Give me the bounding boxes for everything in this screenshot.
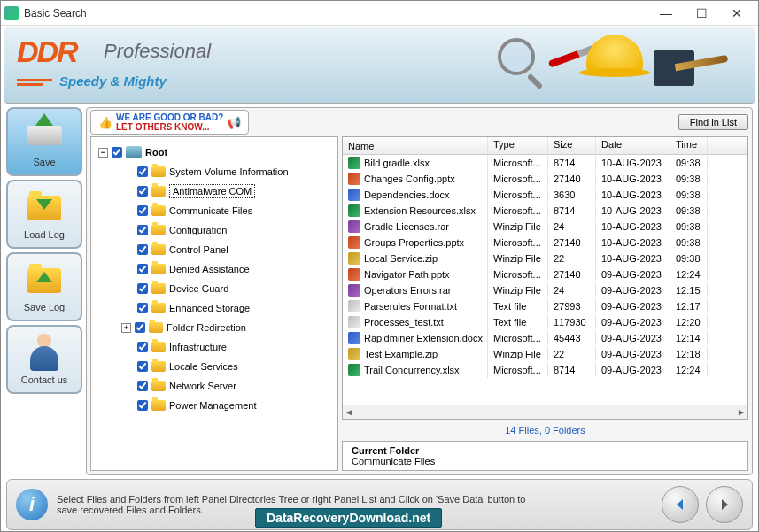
list-row[interactable]: Groups Properties.pptxMicrosoft...271401… — [343, 235, 747, 251]
tree-checkbox[interactable] — [137, 361, 148, 372]
window-title: Basic Search — [24, 7, 648, 19]
back-button[interactable] — [662, 486, 699, 523]
file-time: 09:38 — [670, 204, 708, 218]
tree-item[interactable]: +Folder Redirection — [137, 318, 334, 337]
save-button[interactable]: Save — [6, 107, 82, 176]
folder-icon — [149, 322, 163, 333]
file-name: Dependencies.docx — [364, 189, 450, 200]
column-size[interactable]: Size — [548, 137, 596, 154]
tree-checkbox[interactable] — [112, 147, 122, 158]
list-row[interactable]: Dependencies.docxMicrosoft...363010-AUG-… — [343, 187, 747, 203]
tree-checkbox[interactable] — [137, 342, 148, 352]
file-type: Microsoft... — [488, 188, 548, 202]
list-row[interactable]: Gradle Licenses.rarWinzip File2410-AUG-2… — [343, 219, 747, 235]
file-time: 09:38 — [670, 251, 708, 266]
column-name[interactable]: Name — [343, 137, 488, 154]
file-size: 27140 — [548, 235, 596, 250]
banner-artwork — [498, 35, 728, 96]
tree-item[interactable]: System Volume Information — [137, 162, 334, 181]
list-row[interactable]: Test Example.zipWinzip File2209-AUG-2023… — [343, 346, 747, 362]
horizontal-scrollbar[interactable]: ◄ ► — [343, 405, 747, 419]
scroll-right-icon[interactable]: ► — [737, 407, 746, 417]
file-name: Local Service.zip — [364, 253, 438, 264]
file-time: 09:38 — [670, 188, 708, 202]
tree-checkbox[interactable] — [137, 225, 148, 235]
minimize-button[interactable]: — — [648, 1, 684, 26]
tree-item[interactable]: Power Management — [137, 396, 334, 415]
folder-icon — [151, 283, 166, 294]
folder-tree[interactable]: −RootSystem Volume InformationAntimalwar… — [90, 136, 338, 471]
list-row[interactable]: Extension Resources.xlsxMicrosoft...8714… — [343, 203, 747, 219]
list-row[interactable]: Navigator Path.pptxMicrosoft...2714009-A… — [343, 266, 747, 282]
sidebar-item-label: Save Log — [24, 302, 65, 312]
folder-icon — [151, 244, 166, 255]
file-type: Winzip File — [488, 220, 548, 234]
file-time: 12:15 — [670, 283, 708, 297]
list-row[interactable]: Local Service.zipWinzip File2210-AUG-202… — [343, 251, 747, 266]
tree-checkbox[interactable] — [137, 400, 148, 411]
feedback-promo[interactable]: 👍 WE ARE GOOD OR BAD? LET OTHERS KNOW...… — [90, 110, 249, 135]
column-type[interactable]: Type — [488, 137, 548, 154]
list-row[interactable]: Trail Concurrency.xlsxMicrosoft...871409… — [343, 362, 747, 378]
tree-item[interactable]: Locale Services — [137, 357, 334, 376]
save-log-button[interactable]: Save Log — [6, 252, 82, 321]
file-name: Parserules Format.txt — [364, 301, 457, 312]
tree-checkbox[interactable] — [137, 186, 148, 197]
list-row[interactable]: Processes_test.txtText file11793009-AUG-… — [343, 314, 747, 330]
folder-icon — [151, 205, 166, 216]
find-in-list-button[interactable]: Find in List — [678, 114, 748, 130]
scroll-left-icon[interactable]: ◄ — [345, 407, 353, 417]
tree-label: System Volume Information — [169, 166, 289, 177]
file-name: Test Example.zip — [364, 349, 438, 359]
tree-item[interactable]: Configuration — [137, 220, 334, 240]
footer: i Select Files and Folders from left Pan… — [6, 479, 753, 530]
load-log-button[interactable]: Load Log — [6, 180, 82, 249]
file-type: Microsoft... — [488, 331, 548, 345]
tree-item[interactable]: Network Server — [137, 376, 334, 396]
maximize-button[interactable]: ☐ — [684, 1, 719, 26]
tree-checkbox[interactable] — [137, 205, 148, 216]
column-time[interactable]: Time — [670, 137, 708, 154]
file-size: 22 — [548, 251, 596, 266]
tree-label: Communicate Files — [169, 205, 252, 216]
file-size: 24 — [548, 220, 596, 234]
list-row[interactable]: Rapidminer Extension.docxMicrosoft...454… — [343, 330, 747, 346]
banner: DDR Professional Speedy & Mighty — [4, 27, 755, 104]
list-row[interactable]: Changes Config.pptxMicrosoft...2714010-A… — [343, 171, 747, 187]
tree-checkbox[interactable] — [137, 166, 148, 177]
tree-item[interactable]: Infrastructure — [137, 337, 334, 357]
list-row[interactable]: Operators Errors.rarWinzip File2409-AUG-… — [343, 282, 747, 298]
tree-checkbox[interactable] — [137, 264, 148, 274]
folder-icon — [151, 381, 166, 391]
list-row[interactable]: Parserules Format.txtText file2799309-AU… — [343, 298, 747, 314]
tree-checkbox[interactable] — [137, 283, 148, 294]
file-time: 12:24 — [670, 363, 708, 377]
tree-checkbox[interactable] — [137, 303, 148, 313]
tree-checkbox[interactable] — [137, 381, 148, 391]
brand-edition: Professional — [104, 40, 211, 63]
list-body[interactable]: Bild gradle.xlsxMicrosoft...871410-AUG-2… — [343, 155, 747, 405]
titlebar: Basic Search — ☐ ✕ — [1, 1, 758, 26]
tree-checkbox[interactable] — [137, 244, 148, 255]
tree-item[interactable]: Communicate Files — [137, 201, 334, 220]
column-date[interactable]: Date — [596, 137, 670, 154]
contact-us-button[interactable]: Contact us — [6, 325, 82, 394]
expand-icon[interactable]: + — [121, 323, 131, 333]
file-list: Name Type Size Date Time Bild gradle.xls… — [342, 136, 748, 420]
next-button[interactable] — [706, 486, 743, 523]
tree-item[interactable]: Denied Assistance — [137, 259, 334, 279]
file-size: 27140 — [548, 267, 596, 281]
close-button[interactable]: ✕ — [719, 1, 755, 26]
tree-item[interactable]: Antimalware COM — [137, 181, 334, 201]
file-name: Processes_test.txt — [364, 317, 444, 328]
list-row[interactable]: Bild gradle.xlsxMicrosoft...871410-AUG-2… — [343, 155, 747, 171]
tree-item[interactable]: Enhanced Storage — [137, 298, 334, 318]
person-icon — [25, 334, 64, 373]
tree-item[interactable]: Control Panel — [137, 240, 334, 259]
file-time: 12:14 — [670, 331, 708, 345]
tree-checkbox[interactable] — [135, 322, 145, 333]
collapse-icon[interactable]: − — [98, 148, 108, 158]
tree-item[interactable]: Device Guard — [137, 279, 334, 298]
tree-root[interactable]: −Root — [98, 143, 334, 162]
file-name: Changes Config.pptx — [364, 173, 455, 184]
